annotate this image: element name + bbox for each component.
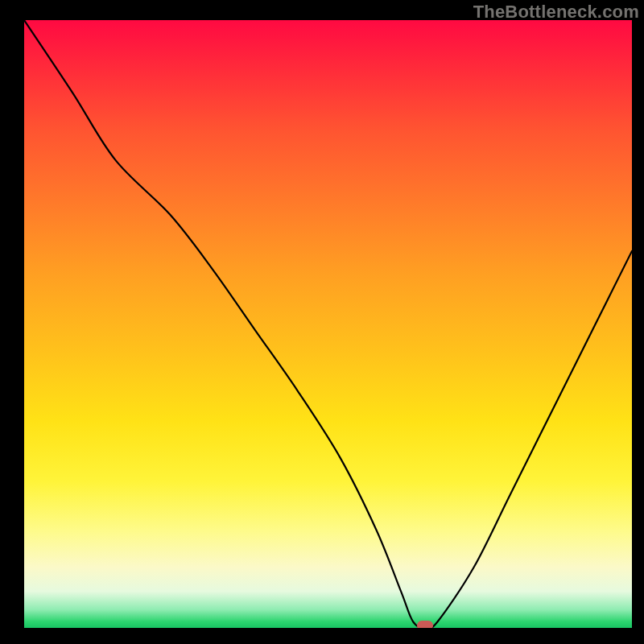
chart-frame: TheBottleneck.com bbox=[0, 0, 644, 644]
plot-area bbox=[24, 20, 632, 628]
bottleneck-curve bbox=[24, 20, 632, 628]
optimal-point-marker bbox=[417, 621, 433, 628]
watermark-text: TheBottleneck.com bbox=[473, 2, 639, 23]
